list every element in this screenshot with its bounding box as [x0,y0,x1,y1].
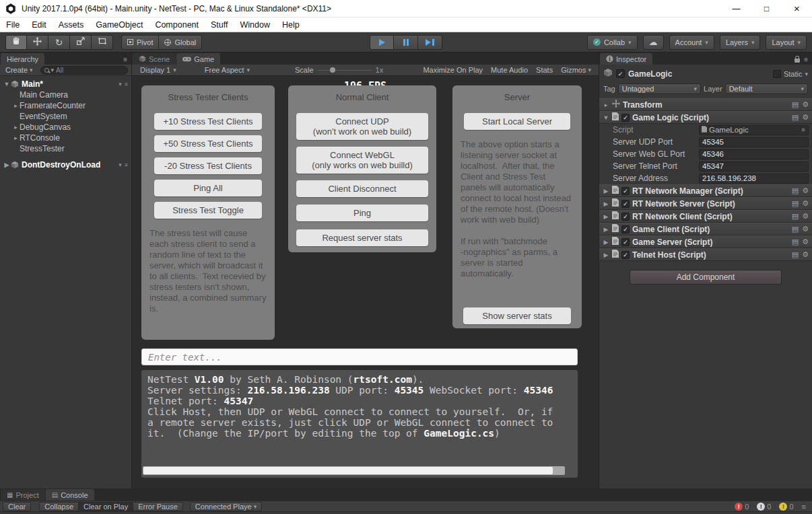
menu-assets[interactable]: Assets [53,17,90,32]
scrollbar-thumb[interactable] [143,467,553,474]
hierarchy-item-main-camera[interactable]: Main Camera [0,89,131,100]
hierarchy-item-eventsystem[interactable]: EventSystem [0,111,131,122]
remove-20-clients-button[interactable]: -20 Stress Test Clients [154,157,262,174]
script-object-field[interactable]: GameLogic [699,125,809,135]
fold-closed-icon[interactable]: ▶ [603,239,609,246]
hierarchy-scene-dontdestroyonload[interactable]: ▶ DontDestroyOnLoad ▾≡ [0,159,131,170]
help-icon[interactable]: ▤ [792,225,799,233]
layers-dropdown[interactable]: Layers ▾ [720,35,761,50]
add-10-clients-button[interactable]: +10 Stress Test Clients [154,113,262,130]
server-webgl-port-field[interactable]: 45346 [699,149,809,159]
stress-test-toggle-button[interactable]: Stress Test Toggle [154,202,262,219]
rotate-tool-button[interactable]: ↻ [48,35,70,50]
maximize-on-play-button[interactable]: Maximize On Play [419,66,487,74]
fold-closed-icon[interactable]: ▸ [12,124,20,131]
tab-project[interactable]: ▦ Project [1,489,45,501]
fold-closed-icon[interactable]: ▶ [603,252,609,258]
menu-component[interactable]: Component [149,17,205,32]
menu-file[interactable]: File [0,17,26,32]
fold-open-icon[interactable]: ▼ [3,81,11,87]
layout-dropdown[interactable]: Layout ▾ [766,35,807,50]
rect-tool-button[interactable] [92,35,113,50]
pause-button[interactable] [394,35,418,50]
stats-button[interactable]: Stats [532,66,557,74]
game-client-header[interactable]: ▶ ✓ Game Client (Script) ▤⚙ [599,223,812,235]
hierarchy-item-stresstester[interactable]: StressTester [0,143,131,154]
gear-icon[interactable]: ⚙ [802,186,809,195]
scene-menu-icon[interactable]: ≡ [125,81,128,87]
game-logic-component-header[interactable]: ▼ ✓ Game Logic (Script) ▤⚙ [599,111,812,124]
chat-input[interactable] [141,348,578,365]
client-disconnect-button[interactable]: Client Disconnect [296,180,428,197]
tab-game[interactable]: Game [176,53,220,65]
transform-component-header[interactable]: ▸ Transform ▤⚙ [599,98,812,111]
hierarchy-search-input[interactable]: ▾ All [40,66,128,75]
scale-slider-handle[interactable] [330,67,335,73]
help-icon[interactable]: ▤ [792,212,799,221]
menu-help[interactable]: Help [276,17,306,32]
help-icon[interactable]: ▤ [792,100,799,109]
step-button[interactable] [418,35,442,50]
fold-closed-icon[interactable]: ▸ [12,102,20,109]
global-button[interactable]: Global [159,35,202,50]
help-icon[interactable]: ▤ [792,186,799,195]
mute-audio-button[interactable]: Mute Audio [487,66,532,74]
hierarchy-item-debugcanvas[interactable]: ▸DebugCanvas [0,122,131,133]
menu-gameobject[interactable]: GameObject [90,17,149,32]
game-server-header[interactable]: ▶ ✓ Game Server (Script) ▤⚙ [599,235,812,248]
chevron-down-icon[interactable]: ▾ [119,81,122,87]
fold-closed-icon[interactable]: ▶ [603,226,609,233]
hierarchy-scene-main[interactable]: ▼ Main* ▾≡ [0,79,131,89]
request-server-stats-button[interactable]: Request server stats [296,229,428,246]
hand-tool-button[interactable] [5,35,27,50]
create-button[interactable]: Create ▾ [3,66,35,74]
tab-hierarchy[interactable]: Hierarchy [1,53,44,65]
tab-inspector[interactable]: Inspector [600,53,652,65]
add-50-clients-button[interactable]: +50 Stress Test Clients [154,135,262,152]
object-picker-icon[interactable] [801,127,806,133]
lock-icon[interactable] [794,59,800,63]
fold-open-icon[interactable]: ▼ [603,114,609,121]
help-icon[interactable]: ▤ [792,199,799,208]
error-pause-button[interactable]: Error Pause [133,502,183,511]
tag-dropdown[interactable]: Untagged ▾ [618,83,701,94]
horizontal-scrollbar[interactable] [143,466,565,475]
server-udp-port-field[interactable]: 45345 [699,137,809,147]
panel-menu-icon[interactable]: ≡ [804,56,808,63]
aspect-dropdown[interactable]: Free Aspect ▾ [200,66,255,74]
scale-tool-button[interactable] [70,35,92,50]
gear-icon[interactable]: ⚙ [802,250,809,259]
tab-scene[interactable]: Scene [133,53,176,65]
gear-icon[interactable]: ⚙ [802,199,809,208]
static-checkbox[interactable] [773,70,781,78]
connect-webgl-button[interactable]: Connect WebGL (only works on web builld) [296,147,428,174]
clear-button[interactable]: Clear [3,502,31,511]
gear-icon[interactable]: ⚙ [802,237,809,246]
component-enabled-checkbox[interactable]: ✓ [621,114,630,122]
display-dropdown[interactable]: Display 1 ▾ [135,66,181,74]
fold-closed-icon[interactable]: ▶ [603,213,609,220]
server-address-field[interactable]: 216.58.196.238 [699,174,809,184]
warning-toggle[interactable]: ! 0 [776,503,797,511]
cloud-button[interactable]: ☁ [643,35,664,50]
gear-icon[interactable]: ⚙ [802,113,809,122]
menu-edit[interactable]: Edit [26,17,53,32]
info-toggle[interactable]: ! 0 [753,503,774,511]
ping-button[interactable]: Ping [296,205,428,221]
connect-udp-button[interactable]: Connect UDP (won't work on web build) [296,113,428,140]
rt-network-server-header[interactable]: ▶ ✓ RT Network Server (Script) ▤⚙ [599,197,812,210]
console-menu-icon[interactable]: ≡ [799,503,809,511]
tab-console[interactable]: ▤ Console [46,489,94,501]
error-toggle[interactable]: ! 0 [731,503,752,511]
rt-network-manager-header[interactable]: ▶ ✓ RT Network Manager (Script) ▤⚙ [599,184,812,197]
chevron-down-icon[interactable]: ▾ [119,161,122,168]
telnet-host-header[interactable]: ▶ ✓ Telnet Host (Script) ▤⚙ [599,248,812,261]
scene-menu-icon[interactable]: ≡ [125,161,128,168]
clear-on-play-button[interactable]: Clear on Play [79,502,133,511]
component-enabled-checkbox[interactable]: ✓ [621,187,630,195]
account-dropdown[interactable]: Account ▾ [669,35,714,50]
gizmos-dropdown[interactable]: Gizmos ▾ [557,66,595,74]
gameobject-name[interactable]: GameLogic [628,69,672,79]
minimize-button[interactable]: — [721,0,751,17]
gear-icon[interactable]: ⚙ [802,100,809,109]
